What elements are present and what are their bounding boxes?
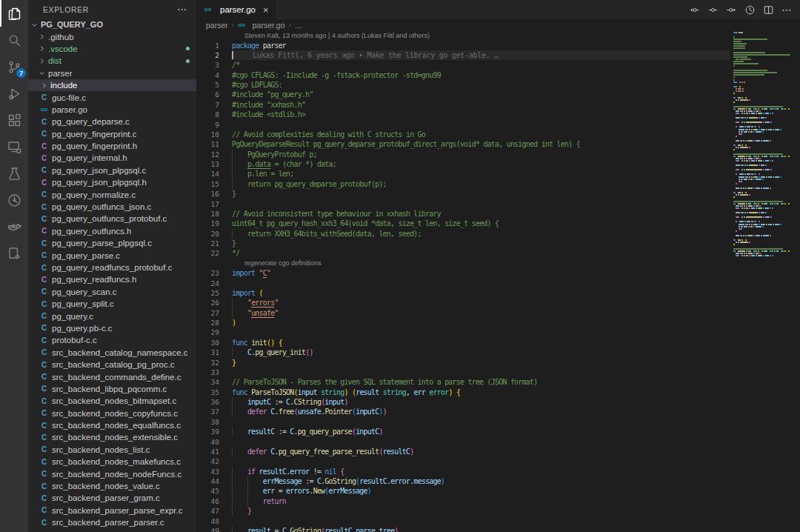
line-number[interactable]: 1: [196, 41, 219, 50]
tree-item-src-backend-catalog-namespace-c[interactable]: Csrc_backend_catalog_namespace.c: [28, 347, 196, 359]
line-number[interactable]: 28: [196, 319, 219, 327]
code-line-2[interactable]: 2Lukas Fittl, 6 years ago • Make the lib…: [196, 50, 730, 60]
line-number[interactable]: 2: [196, 51, 219, 59]
code-line-47[interactable]: 47 }: [196, 506, 730, 516]
code-line-12[interactable]: 12 PgQueryProtobuf p;: [196, 150, 730, 159]
line-number[interactable]: 31: [196, 348, 219, 356]
codelens-row[interactable]: Steven Kalt, 13 months ago | 4 authors (…: [196, 30, 730, 40]
tree-item-include[interactable]: include: [28, 79, 196, 91]
code-line-18[interactable]: 18// Avoid inconsistent type behaviour i…: [196, 209, 730, 219]
tree-item-pg-query-fingerprint-h[interactable]: Cpg_query_fingerprint.h: [28, 140, 196, 152]
code-line-15[interactable]: 15 return pg_query_deparse_protobuf(p);: [196, 179, 730, 189]
code-line-29[interactable]: 29: [196, 327, 730, 337]
code-line-30[interactable]: 30func init() {: [196, 338, 730, 348]
close-icon[interactable]: ×: [263, 4, 269, 16]
line-number[interactable]: 33: [196, 368, 219, 376]
code-line-25[interactable]: 25import (: [196, 288, 730, 298]
breadcrumb-item--[interactable]: …: [295, 21, 303, 30]
line-number[interactable]: 36: [196, 398, 219, 406]
tree-item-pg-query-outfuncs-h[interactable]: Cpg_query_outfuncs.h: [28, 225, 196, 237]
activitybar-docker[interactable]: [0, 213, 28, 240]
tree-item-src-backend-nodes-makefuncs-c[interactable]: Csrc_backend_nodes_makefuncs.c: [28, 456, 196, 468]
code-line-24[interactable]: 24: [196, 278, 730, 287]
tree-item-src-backend-nodes-list-c[interactable]: Csrc_backend_nodes_list.c: [28, 444, 196, 456]
tree-item-src-backend-nodes-bitmapset-c[interactable]: Csrc_backend_nodes_bitmapset.c: [28, 395, 196, 407]
activitybar-source-control[interactable]: 7: [0, 53, 28, 80]
code-line-28[interactable]: 28): [196, 318, 730, 327]
tree-item-pg-query-outfuncs-json-c[interactable]: Cpg_query_outfuncs_json.c: [28, 201, 196, 213]
tree-item-pg-query-internal-h[interactable]: Cpg_query_internal.h: [28, 152, 196, 164]
code-line-49[interactable]: 49 result = C.GoString(resultC.parse_tre…: [196, 526, 730, 532]
file-history-icon[interactable]: [744, 4, 756, 16]
code-line-7[interactable]: 7#include "xxhash.h": [196, 100, 730, 110]
tree-item-src-backend-commands-define-c[interactable]: Csrc_backend_commands_define.c: [28, 370, 196, 382]
line-number[interactable]: 46: [196, 497, 219, 505]
codelens-label[interactable]: Steven Kalt, 13 months ago | 4 authors (…: [244, 32, 430, 39]
activitybar-testing[interactable]: [0, 160, 28, 187]
line-number[interactable]: 16: [196, 190, 219, 198]
tree-item-pg-query-parse-c[interactable]: Cpg_query_parse.c: [28, 249, 196, 261]
code-line-45[interactable]: 45 err = errors.New(errMessage): [196, 486, 730, 496]
code-line-34[interactable]: 34// ParseToJSON - Parses the given SQL …: [196, 377, 730, 387]
tree-item-src-backend-nodes-copyfuncs-c[interactable]: Csrc_backend_nodes_copyfuncs.c: [28, 408, 196, 419]
tree-item-src-backend-parser-gram-c[interactable]: Csrc_backend_parser_gram.c: [28, 492, 196, 504]
tree-item-dist[interactable]: dist: [28, 55, 196, 67]
activitybar-remote-explorer[interactable]: [0, 133, 28, 160]
code-line-26[interactable]: 26 "errors": [196, 298, 730, 307]
tree-item-src-backend-libpq-pqcomm-c[interactable]: Csrc_backend_libpq_pqcomm.c: [28, 383, 196, 395]
line-number[interactable]: 25: [196, 289, 219, 297]
breadcrumb-item-parser-go[interactable]: GOparser.go: [238, 21, 285, 30]
open-changes-previous-icon[interactable]: [689, 4, 700, 16]
tree-item-pg-query-split-c[interactable]: Cpg_query_split.c: [28, 298, 196, 310]
code-line-42[interactable]: 42: [196, 456, 730, 466]
tree-item-pg-query-json-plpgsql-c[interactable]: Cpg_query_json_plpgsql.c: [28, 164, 196, 176]
line-number[interactable]: 7: [196, 101, 219, 109]
codelens-row[interactable]: regenerate cgo definitions: [196, 259, 730, 268]
line-number[interactable]: 6: [196, 90, 219, 99]
code-line-6[interactable]: 6#include "pg_query.h": [196, 90, 730, 99]
line-number[interactable]: 23: [196, 269, 219, 277]
code-line-19[interactable]: 19uint64_t pg_query_hash_xxh3_64(void *d…: [196, 219, 730, 228]
activitybar-search[interactable]: [0, 27, 28, 53]
activitybar-explorer[interactable]: [0, 0, 28, 27]
line-number[interactable]: 19: [196, 219, 219, 227]
code-line-32[interactable]: 32}: [196, 357, 730, 367]
split-editor-icon[interactable]: [763, 4, 774, 16]
line-number[interactable]: 12: [196, 150, 219, 159]
code-line-44[interactable]: 44 errMessage := C.GoString(resultC.erro…: [196, 476, 730, 486]
line-number[interactable]: 37: [196, 408, 219, 416]
tree-item-src-backend-parser-parser-c[interactable]: Csrc_backend_parser_parser.c: [28, 516, 196, 528]
breadcrumb-item-parser[interactable]: parser: [206, 21, 228, 30]
code-line-22[interactable]: 22*/: [196, 248, 730, 258]
tree-item--github[interactable]: .github: [28, 30, 196, 42]
tree-item-pg-query-json-plpgsql-h[interactable]: Cpg_query_json_plpgsql.h: [28, 176, 196, 188]
line-number[interactable]: 18: [196, 210, 219, 218]
code-line-11[interactable]: 11PgQueryDeparseResult pg_query_deparse_…: [196, 139, 730, 149]
tree-item-pg-query-scan-c[interactable]: Cpg_query_scan.c: [28, 286, 196, 298]
tree-item-pg-query-pb-c-c[interactable]: Cpg_query.pb-c.c: [28, 322, 196, 334]
code-line-38[interactable]: 38: [196, 417, 730, 427]
code-line-3[interactable]: 3/*: [196, 60, 730, 70]
tree-item-protobuf-c-c[interactable]: Cprotobuf-c.c: [28, 334, 196, 346]
tree-item-pg-query-deparse-c[interactable]: Cpg_query_deparse.c: [28, 116, 196, 127]
line-number[interactable]: 17: [196, 200, 219, 208]
code-editor[interactable]: Steven Kalt, 13 months ago | 4 authors (…: [196, 30, 730, 532]
line-number[interactable]: 26: [196, 299, 219, 307]
tree-item-src-backend-nodes-extensible-c[interactable]: Csrc_backend_nodes_extensible.c: [28, 431, 196, 443]
line-number[interactable]: 22: [196, 249, 219, 257]
tree-item--vscode[interactable]: .vscode: [28, 43, 196, 55]
minimap[interactable]: [730, 30, 800, 532]
tree-item-pg-query-parse-plpgsql-c[interactable]: Cpg_query_parse_plpgsql.c: [28, 237, 196, 249]
more-icon[interactable]: ⋯: [781, 7, 793, 13]
line-number[interactable]: 39: [196, 428, 219, 436]
tree-item-pg-query-fingerprint-c[interactable]: Cpg_query_fingerprint.c: [28, 128, 196, 140]
tree-item-src-backend-nodes-value-c[interactable]: Csrc_backend_nodes_value.c: [28, 480, 196, 492]
code-line-48[interactable]: 48: [196, 516, 730, 525]
code-line-37[interactable]: 37 defer C.free(unsafe.Pointer(inputC)): [196, 407, 730, 416]
line-number[interactable]: 24: [196, 279, 219, 287]
code-line-10[interactable]: 10// Avoid complexities dealing with C s…: [196, 130, 730, 139]
line-number[interactable]: 4: [196, 71, 219, 79]
line-number[interactable]: 34: [196, 378, 219, 386]
line-number[interactable]: 3: [196, 61, 219, 69]
code-line-27[interactable]: 27 "unsafe": [196, 308, 730, 318]
